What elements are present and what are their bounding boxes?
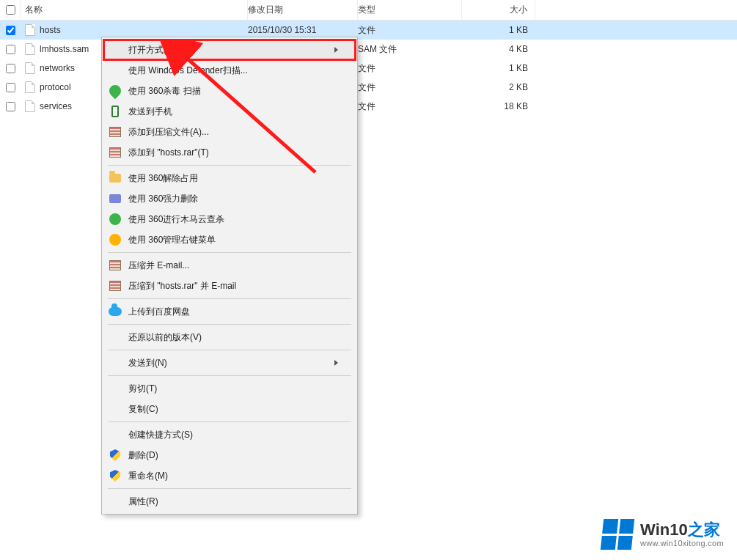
file-type: 文件 [358, 62, 462, 75]
blank-icon [108, 427, 122, 442]
printer-icon [108, 191, 122, 206]
row-checkbox[interactable] [6, 102, 15, 111]
blank-icon [108, 381, 122, 396]
file-size: 18 KB [462, 101, 535, 111]
menu-baidu-upload[interactable]: 上传到百度网盘 [103, 301, 356, 322]
file-type: 文件 [358, 24, 462, 37]
menu-copy[interactable]: 复制(C) [103, 399, 356, 419]
header-checkbox-cell[interactable] [0, 0, 21, 21]
blank-icon [108, 494, 122, 509]
menu-create-shortcut[interactable]: 创建快捷方式(S) [103, 424, 356, 445]
file-type: SAM 文件 [358, 43, 462, 56]
menu-separator [108, 298, 351, 299]
menu-add-archive[interactable]: 添加到压缩文件(A)... [103, 122, 356, 142]
blank-icon [108, 355, 122, 370]
menu-open-with[interactable]: 打开方式(H) [103, 40, 356, 60]
menu-separator [108, 165, 351, 166]
row-checkbox[interactable] [6, 64, 15, 73]
row-checkbox[interactable] [6, 83, 15, 92]
file-icon [25, 81, 35, 93]
context-menu: 打开方式(H) 使用 Windows Defender扫描... 使用 360杀… [101, 37, 358, 515]
row-checkbox[interactable] [6, 26, 15, 35]
menu-separator [108, 324, 351, 325]
uac-shield-icon [108, 448, 122, 463]
column-size[interactable]: 大小 [462, 0, 535, 20]
menu-separator [108, 252, 351, 253]
column-name[interactable]: 名称 [21, 0, 248, 20]
menu-separator [108, 421, 351, 422]
menu-add-hosts-rar[interactable]: 添加到 "hosts.rar"(T) [103, 142, 356, 163]
submenu-arrow-icon [334, 47, 338, 53]
blank-icon [108, 63, 122, 78]
menu-defender-scan[interactable]: 使用 Windows Defender扫描... [103, 60, 356, 81]
shield-icon [108, 84, 122, 98]
watermark-title: Win10之家 [640, 521, 724, 539]
menu-separator [108, 350, 351, 350]
menu-360-trojan[interactable]: 使用 360进行木马云查杀 [103, 209, 356, 229]
archive-icon [108, 125, 122, 139]
submenu-arrow-icon [334, 360, 338, 366]
360-green-icon [108, 212, 122, 226]
file-list-header: 名称 修改日期 类型 大小 [0, 0, 737, 21]
menu-separator [108, 375, 351, 376]
windows-logo-icon [601, 519, 634, 550]
file-date: 2015/10/30 15:31 [248, 25, 358, 35]
menu-properties[interactable]: 属性(R) [103, 491, 356, 512]
file-name: services [40, 101, 72, 111]
phone-icon [108, 104, 122, 119]
row-checkbox[interactable] [6, 45, 15, 54]
select-all-checkbox[interactable] [6, 5, 15, 15]
archive-icon [108, 258, 122, 273]
file-size: 4 KB [462, 44, 535, 54]
menu-zip-hosts-email[interactable]: 压缩到 "hosts.rar" 并 E-mail [103, 276, 356, 296]
menu-restore-previous[interactable]: 还原以前的版本(V) [103, 327, 356, 347]
archive-icon [108, 279, 122, 293]
file-icon [25, 43, 35, 55]
menu-send-phone[interactable]: 发送到手机 [103, 101, 356, 122]
folder-icon [108, 171, 122, 185]
menu-separator [108, 488, 351, 489]
file-size: 1 KB [462, 63, 535, 73]
file-type: 文件 [358, 81, 462, 94]
menu-send-to[interactable]: 发送到(N) [103, 353, 356, 373]
menu-360-unlock[interactable]: 使用 360解除占用 [103, 168, 356, 188]
menu-rename[interactable]: 重命名(M) [103, 465, 356, 486]
menu-360-force-delete[interactable]: 使用 360强力删除 [103, 188, 356, 209]
file-size: 2 KB [462, 82, 535, 92]
file-icon [25, 62, 35, 74]
uac-shield-icon [108, 468, 122, 483]
blank-icon [108, 43, 122, 57]
file-size: 1 KB [462, 25, 535, 35]
menu-cut[interactable]: 剪切(T) [103, 378, 356, 399]
watermark-url: www.win10xitong.com [640, 539, 724, 548]
menu-delete[interactable]: 删除(D) [103, 445, 356, 465]
file-name: protocol [40, 82, 71, 92]
column-date[interactable]: 修改日期 [248, 0, 358, 20]
blank-icon [108, 330, 122, 345]
archive-icon [108, 145, 122, 160]
cloud-icon [108, 304, 122, 319]
menu-zip-email[interactable]: 压缩并 E-mail... [103, 255, 356, 276]
column-type[interactable]: 类型 [358, 0, 462, 20]
file-name: lmhosts.sam [40, 44, 89, 54]
menu-360-scan[interactable]: 使用 360杀毒 扫描 [103, 81, 356, 101]
blank-icon [108, 402, 122, 416]
menu-360-manage[interactable]: 使用 360管理右键菜单 [103, 229, 356, 250]
watermark: Win10之家 www.win10xitong.com [602, 519, 724, 550]
file-name: networks [40, 63, 75, 73]
file-icon [25, 24, 35, 36]
file-icon [25, 100, 35, 112]
file-type: 文件 [358, 100, 462, 113]
360-yellow-icon [108, 232, 122, 247]
file-name: hosts [40, 25, 61, 35]
